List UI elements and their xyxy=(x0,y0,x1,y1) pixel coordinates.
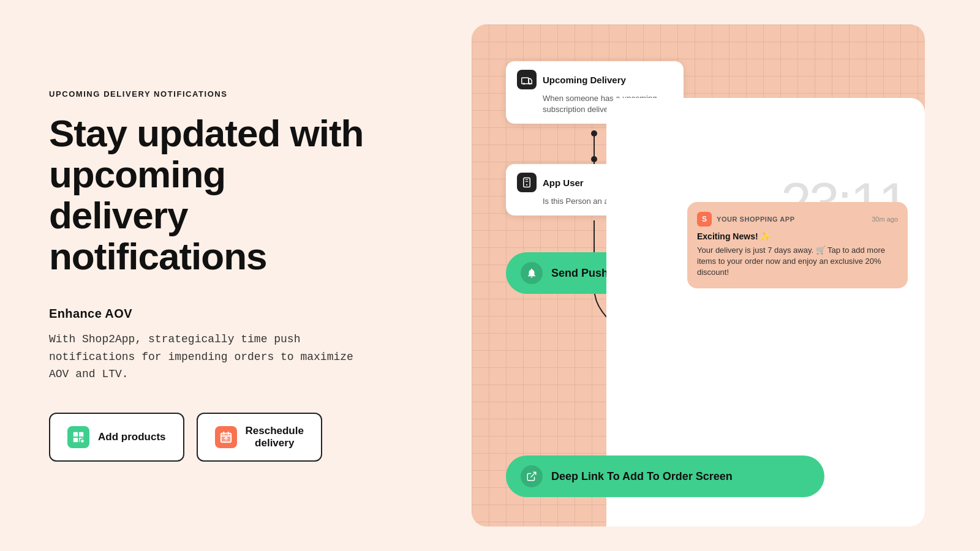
add-products-label: Add products xyxy=(98,431,166,443)
left-panel: UPCOMING DELIVERY NOTIFICATIONS Stay upd… xyxy=(0,53,417,498)
svg-rect-0 xyxy=(74,432,78,437)
node1-header: Upcoming Delivery xyxy=(517,70,673,89)
cta-buttons-group: Add products Rescheduledelivery xyxy=(49,413,368,462)
svg-rect-19 xyxy=(524,178,530,187)
notif-title: Exciting News! ✨ xyxy=(697,231,898,241)
reschedule-label: Rescheduledelivery xyxy=(246,425,304,449)
deeplink-icon xyxy=(521,465,543,487)
deep-link-label: Deep Link To Add To Order Screen xyxy=(551,470,733,483)
bell-icon xyxy=(521,262,543,284)
main-headline: Stay updated with upcoming delivery noti… xyxy=(49,113,368,277)
svg-point-17 xyxy=(523,83,525,84)
svg-rect-16 xyxy=(522,78,529,84)
svg-point-13 xyxy=(591,156,597,162)
node2-title: App User xyxy=(543,178,584,188)
enhance-section: Enhance AOV With Shop2App, strategically… xyxy=(49,307,368,383)
right-panel: Upcoming Delivery When someone has a upc… xyxy=(417,0,980,551)
svg-point-15 xyxy=(591,130,597,137)
app-icon: S xyxy=(697,212,712,227)
notif-app-info: S YOUR SHOPPING APP xyxy=(697,212,795,227)
notif-app-name: YOUR SHOPPING APP xyxy=(717,216,795,223)
notif-header: S YOUR SHOPPING APP 30m ago xyxy=(697,212,898,227)
diagram-container: Upcoming Delivery When someone has a upc… xyxy=(472,24,925,527)
svg-point-18 xyxy=(529,83,531,84)
notification-card: S YOUR SHOPPING APP 30m ago Exciting New… xyxy=(687,202,908,288)
reschedule-delivery-button[interactable]: Rescheduledelivery xyxy=(197,413,322,462)
notif-body: Your delivery is just 7 days away. 🛒 Tap… xyxy=(697,245,898,279)
notif-time: 30m ago xyxy=(872,216,898,223)
reschedule-icon xyxy=(215,426,237,448)
svg-rect-1 xyxy=(79,432,83,437)
node1-title: Upcoming Delivery xyxy=(543,75,626,85)
eyebrow-label: UPCOMING DELIVERY NOTIFICATIONS xyxy=(49,89,368,99)
delivery-icon xyxy=(517,70,537,89)
enhance-text: With Shop2App, strategically time pushno… xyxy=(49,331,368,383)
enhance-title: Enhance AOV xyxy=(49,307,368,321)
add-products-icon xyxy=(67,426,89,448)
svg-line-23 xyxy=(531,472,536,477)
deep-link-button[interactable]: Deep Link To Add To Order Screen xyxy=(506,455,824,497)
app-user-icon xyxy=(517,173,537,192)
svg-point-22 xyxy=(526,184,527,186)
svg-rect-2 xyxy=(74,438,78,442)
add-products-button[interactable]: Add products xyxy=(49,413,184,462)
